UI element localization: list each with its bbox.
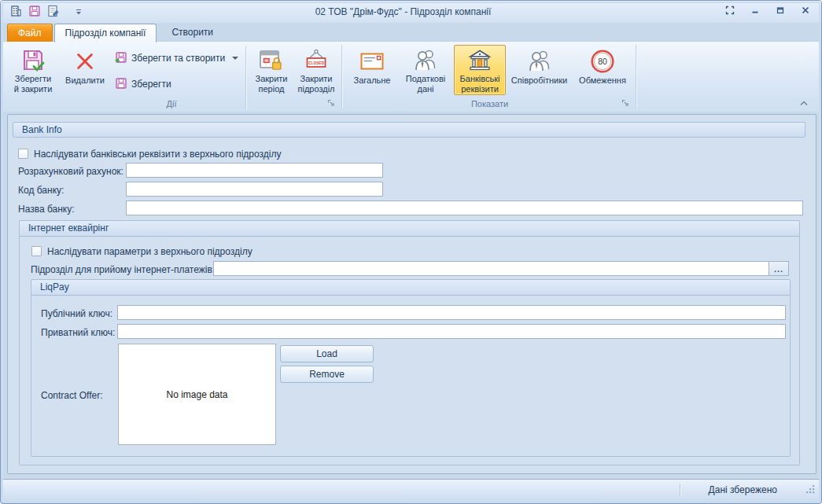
division-input[interactable] [213,261,769,276]
qat-customize-button[interactable] [75,7,83,18]
contract-offer-label: Contract Offer: [41,390,102,401]
save-create-icon [115,51,127,66]
liqpay-header: LiqPay [31,280,790,296]
collapse-ribbon-button[interactable] [797,97,811,109]
window-title: 02 ТОВ "Дрім-Фудс" - Підрозділ компанії [95,1,711,23]
save-button[interactable]: Зберегти [112,75,175,93]
content-panel: Bank Info Наслідувати банківськи реквізи… [7,114,816,474]
account-label: Розрахунковий рахунок: [18,166,123,177]
collapse-ribbon-icon [799,97,809,109]
bank-name-input[interactable] [126,200,803,215]
ribbon-tab-row: Файл Підрозділ компанії Створити [1,23,821,42]
liqpay-groupbox: LiqPay Публічний ключ: Приватний ключ: C… [31,279,791,457]
delete-label: Видалити [65,75,105,86]
general-label: Загальне [354,75,391,86]
minimize-button[interactable] [746,5,763,18]
limits-label: Обмеження [579,75,626,86]
bank-details-label2: реквізити [461,84,499,94]
delete-icon [73,47,97,75]
qat-dropdown-icon [75,7,83,18]
close-division-label: Закрити [300,74,332,84]
save-close-label2: й закрити [14,84,53,94]
contract-image-box[interactable]: No image data [118,344,276,445]
remove-button[interactable]: Remove [280,366,374,383]
bank-details-icon [467,47,492,74]
tax-data-button[interactable]: Податкові дані [400,45,452,95]
acquiring-header: Інтернет еквайрінг [20,221,799,237]
actions-dialog-launcher[interactable] [326,99,336,109]
liqpay-title: LiqPay [40,281,69,292]
ribbon-group-separator [636,45,637,108]
no-image-text: No image data [166,389,227,400]
close-period-icon [259,47,284,74]
tax-data-label2: дані [417,84,433,94]
inherit-bank-checkbox[interactable] [18,149,28,159]
title-bar: 02 ТОВ "Дрім-Фудс" - Підрозділ компанії [1,1,821,23]
save-close-icon [20,47,46,74]
inherit-bank-label: Наслідувати банківськи реквізити з верхн… [34,149,281,160]
bank-info-title: Bank Info [22,124,62,135]
save-close-label: Зберегти [15,74,51,84]
ribbon-group-actions: Зберегти й закрити Видалити Зберегти та … [3,43,340,111]
tab-company-division[interactable]: Підрозділ компанії [54,24,157,42]
tab-file[interactable]: Файл [7,24,53,42]
maximize-icon [776,6,785,17]
close-period-label2: період [259,84,285,94]
bank-details-button[interactable]: Банківські реквізити [454,45,506,95]
inherit-params-label: Наслідувати параметри з верхнього підроз… [47,246,252,257]
fullscreen-button[interactable] [721,5,738,18]
save-small-icon [115,77,127,92]
bank-code-input[interactable] [126,182,383,197]
ribbon-group-separator [341,45,343,108]
company-button[interactable] [9,6,23,19]
account-input[interactable] [126,163,383,178]
acquiring-groupbox: Інтернет еквайрінг Наслідувати параметри… [19,220,800,465]
status-separator [680,484,681,497]
close-button[interactable] [797,5,813,18]
division-label: Підрозділ для прийому інтернет-платежів: [31,264,215,275]
save-create-dropdown-icon [232,57,238,60]
inherit-params-checkbox[interactable] [31,246,42,256]
tax-data-icon [413,47,438,74]
ellipsis-button[interactable]: ... [769,261,789,276]
quick-access-toolbar [9,6,83,19]
bank-details-label: Банківські [460,74,500,84]
window-controls [721,5,813,18]
load-button[interactable]: Load [280,345,374,362]
maximize-button[interactable] [772,5,788,18]
save-buttons-column: Зберегти та створити Зберегти [112,43,245,98]
closed-sign-text: CLOSED [308,61,325,65]
employees-button[interactable]: Співробітники [507,45,572,95]
close-division-label2: підрозділ [297,84,334,94]
private-key-label: Приватний ключ: [41,327,115,338]
tab-create[interactable]: Створити [161,24,223,42]
show-dialog-launcher[interactable] [621,99,630,109]
bank-name-label: Назва банку: [18,204,75,215]
dialog-launcher-icon [621,98,629,109]
close-icon [801,6,810,17]
employees-icon [527,47,552,75]
limits-button[interactable]: 80 Обмеження [573,45,632,95]
private-key-input[interactable] [117,324,786,339]
dialog-launcher-icon [327,98,335,109]
save-create-label: Зберегти та створити [131,53,225,64]
general-button[interactable]: Загальне [347,45,397,95]
quick-save-button[interactable] [28,6,42,19]
close-period-label: Закрити [255,74,287,84]
save-close-button[interactable]: Зберегти й закрити [8,45,58,95]
app-window: 02 ТОВ "Дрім-Фудс" - Підрозділ компанії … [0,0,822,504]
fullscreen-icon [725,6,735,17]
edit-record-icon [47,5,60,20]
status-text: Дані збережено [709,480,777,501]
public-key-input[interactable] [117,305,786,320]
ribbon-group-show: Загальне Податкові дані Банківські рекві… [344,43,636,111]
group-caption-show: Показати [344,99,636,109]
close-division-button[interactable]: CLOSED Закрити підрозділ [293,45,339,95]
delete-button[interactable]: Видалити [60,45,110,95]
edit-record-button[interactable] [46,6,61,19]
close-period-button[interactable]: Закрити період [250,45,293,95]
save-create-button[interactable]: Зберегти та створити [112,50,241,67]
public-key-label: Публічний ключ: [41,308,112,319]
resize-grip[interactable] [805,484,816,497]
close-division-icon: CLOSED [304,47,329,74]
